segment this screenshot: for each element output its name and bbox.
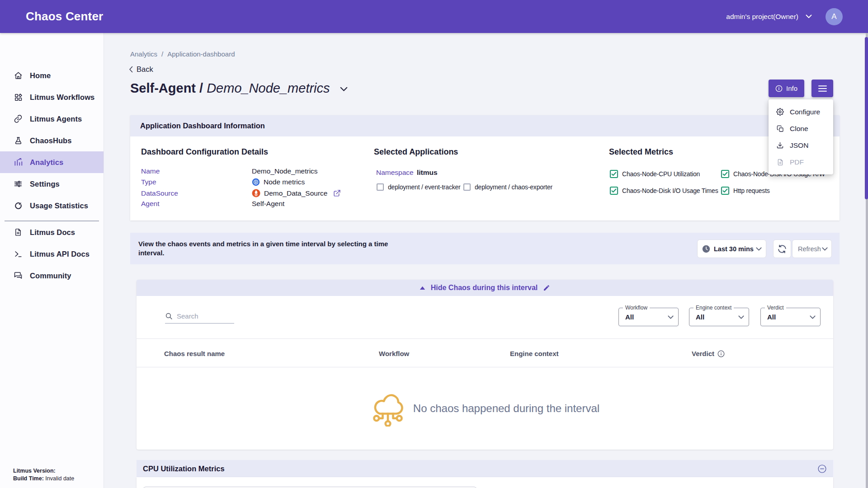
back-chevron-icon — [129, 66, 133, 73]
hamburger-menu-icon — [818, 85, 827, 92]
checkbox-checked[interactable] — [610, 187, 618, 195]
cpu-panel-header: CPU Utilization Metrics — [137, 460, 833, 477]
column-header-workflow: Workflow — [379, 339, 409, 368]
sidebar-item-litmus-workflows[interactable]: Litmus Workflows — [0, 86, 104, 108]
cpu-panel-title: CPU Utilization Metrics — [143, 465, 225, 473]
home-icon — [14, 71, 23, 80]
project-selector-label[interactable]: admin's project(Owner) — [726, 13, 798, 21]
column-header-verdict: Verdict — [692, 339, 725, 368]
config-row-name: Name Demo_Node_metrics — [141, 167, 318, 175]
app-title: Chaos Center — [26, 9, 103, 23]
prometheus-icon — [252, 189, 260, 197]
refresh-icon — [777, 244, 787, 254]
main-content: Analytics / Application-dashboard Back S… — [104, 33, 868, 488]
clock-icon — [702, 245, 710, 253]
gear-icon — [776, 108, 784, 116]
avatar[interactable]: A — [826, 8, 843, 25]
dashboard-menu-dropdown: Configure Clone JSON PDF — [769, 99, 833, 174]
sidebar-item-analytics[interactable]: Analytics — [0, 151, 104, 173]
search-input[interactable] — [177, 312, 229, 320]
engine-context-filter-select[interactable]: Engine context All — [689, 308, 749, 326]
refresh-chevron-down-icon — [822, 247, 828, 251]
verdict-info-icon[interactable] — [717, 350, 725, 357]
application-checkbox-event-tracker: deployment / event-tracker — [377, 183, 461, 191]
sidebar-item-settings[interactable]: Settings — [0, 173, 104, 195]
page-scrollbar-track[interactable] — [866, 33, 868, 488]
checkbox-unchecked[interactable] — [377, 183, 384, 191]
breadcrumb-analytics[interactable]: Analytics — [130, 50, 157, 58]
sidebar-footer: Litmus Version: Build Time: Invalid date — [13, 467, 74, 483]
application-dashboard-information-panel: Application Dashboard Information Dashbo… — [130, 115, 840, 221]
analytics-icon — [14, 158, 23, 167]
column-header-chaos-result-name: Chaos result name — [164, 339, 225, 368]
menu-item-configure[interactable]: Configure — [769, 103, 833, 120]
checkbox-checked[interactable] — [610, 170, 618, 178]
namespace-row: Namespace litmus — [376, 169, 438, 177]
column-header-engine-context: Engine context — [510, 339, 559, 368]
app-header: Chaos Center admin's project(Owner) A — [0, 0, 868, 33]
breadcrumb-application-dashboard[interactable]: Application-dashboard — [167, 50, 235, 58]
menu-item-pdf[interactable]: PDF — [769, 154, 833, 170]
checkbox-checked[interactable] — [721, 187, 729, 195]
clone-icon — [776, 125, 784, 132]
sidebar-item-home[interactable]: Home — [0, 65, 104, 86]
range-chevron-down-icon — [756, 247, 762, 251]
page-scrollbar-thumb[interactable] — [865, 37, 868, 199]
time-interval-message: View the chaos events and metrics in a g… — [138, 239, 410, 258]
dashboard-title-row: Self-Agent / Demo_Node_metrics — [130, 81, 348, 96]
time-range-select[interactable]: Last 30 mins — [697, 239, 766, 258]
workflow-filter-select[interactable]: Workflow All — [618, 308, 679, 326]
sidebar-item-litmus-agents[interactable]: Litmus Agents — [0, 108, 104, 130]
project-chevron-down-icon[interactable] — [806, 14, 812, 19]
sidebar: Home Litmus Workflows Litmus Agents Chao… — [0, 33, 104, 488]
sidebar-item-litmus-api-docs[interactable]: Litmus API Docs — [0, 243, 104, 265]
docs-icon — [14, 228, 23, 236]
checkbox-unchecked[interactable] — [463, 183, 471, 191]
time-interval-bar: View the chaos events and metrics in a g… — [130, 233, 840, 264]
refresh-now-button[interactable] — [773, 239, 791, 258]
menu-item-json[interactable]: JSON — [769, 137, 833, 154]
panel-title: Application Dashboard Information — [140, 122, 265, 130]
cpu-utilization-panel: CPU Utilization Metrics — [137, 460, 833, 488]
cpu-panel-body — [137, 477, 833, 488]
config-row-datasource: DataSource Demo_Data_Source — [141, 189, 341, 197]
search-field — [165, 312, 234, 324]
verdict-filter-select[interactable]: Verdict All — [760, 308, 821, 326]
settings-icon — [14, 179, 23, 188]
external-link-icon[interactable] — [333, 189, 341, 197]
usage-statistics-icon — [14, 202, 23, 210]
metric-checkbox-disk-io-times: Chaos-Node-Disk I/O Usage Times — [610, 187, 718, 195]
title-chevron-down-icon[interactable] — [340, 87, 348, 92]
dashboard-menu-button[interactable] — [811, 80, 833, 97]
menu-item-clone[interactable]: Clone — [769, 120, 833, 137]
config-row-agent: Agent Self-Agent — [141, 200, 284, 208]
sidebar-item-chaoshubs[interactable]: ChaosHubs — [0, 130, 104, 151]
agents-icon — [14, 114, 23, 123]
pdf-file-icon — [776, 159, 784, 166]
kubernetes-icon — [252, 178, 260, 186]
metric-checkbox-cpu-utilization: Chaos-Node-CPU Utilization — [610, 170, 700, 178]
breadcrumb: Analytics / Application-dashboard — [130, 50, 235, 58]
pencil-icon[interactable] — [543, 284, 550, 291]
checkbox-checked[interactable] — [721, 170, 729, 178]
application-dashboard-information-header: Application Dashboard Information — [130, 115, 840, 136]
download-icon — [776, 141, 784, 149]
info-button[interactable]: Info — [769, 80, 804, 97]
sidebar-item-community[interactable]: Community — [0, 265, 104, 286]
workflow-filter-chevron-icon — [668, 315, 674, 319]
verdict-filter-chevron-icon — [810, 315, 816, 319]
metric-checkbox-http-requests: Http requests — [721, 187, 770, 195]
cloud-network-icon — [370, 390, 406, 427]
refresh-interval-select[interactable]: Refresh — [792, 239, 832, 258]
collapse-minus-circle-icon[interactable] — [818, 465, 826, 473]
sidebar-item-usage-statistics[interactable]: Usage Statistics — [0, 195, 104, 216]
back-button[interactable]: Back — [129, 65, 153, 74]
chaos-table-card: Hide Chaos during this interval Workflow… — [137, 280, 833, 450]
hide-chaos-toggle[interactable]: Hide Chaos during this interval — [137, 280, 833, 296]
selected-applications-heading: Selected Applications — [374, 147, 458, 157]
engine-context-filter-chevron-icon — [738, 315, 744, 319]
triangle-up-icon — [420, 286, 425, 290]
chaoshubs-icon — [14, 136, 23, 145]
workflows-icon — [14, 93, 23, 102]
sidebar-item-litmus-docs[interactable]: Litmus Docs — [0, 221, 104, 243]
